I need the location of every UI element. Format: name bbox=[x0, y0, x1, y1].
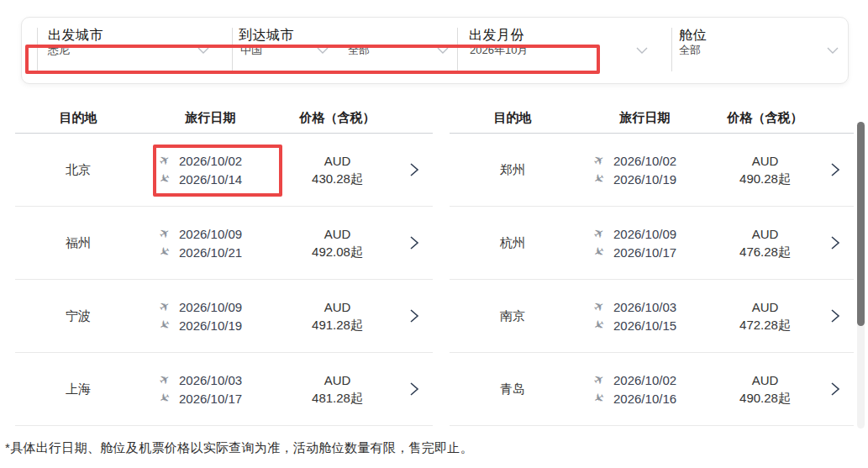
fare-row[interactable]: 杭州 ✈2026/10/09 ✈2026/10/17 AUD 476.28起 bbox=[450, 207, 854, 280]
plane-takeoff-icon: ✈ bbox=[589, 223, 608, 244]
price-currency: AUD bbox=[280, 225, 395, 243]
arrival-city-select[interactable]: 全部 bbox=[348, 43, 449, 58]
chevron-down-icon bbox=[437, 47, 449, 54]
fares-table-right: 目的地 旅行日期 价格（含税） 郑州 ✈2026/10/02 ✈2026/10/… bbox=[450, 103, 854, 426]
depart-date: 2026/10/09 bbox=[613, 227, 676, 241]
return-date: 2026/10/19 bbox=[179, 318, 242, 333]
fare-row[interactable]: 郑州 ✈2026/10/02 ✈2026/10/19 AUD 490.28起 bbox=[450, 134, 854, 207]
depart-date: 2026/10/09 bbox=[179, 227, 242, 241]
return-date: 2026/10/14 bbox=[179, 172, 242, 187]
scrollbar-track[interactable] bbox=[857, 122, 865, 429]
row-chevron-right-icon[interactable] bbox=[395, 162, 433, 177]
chevron-down-icon bbox=[317, 47, 329, 54]
plane-landing-icon: ✈ bbox=[589, 169, 608, 189]
price-value: 481.28起 bbox=[280, 389, 395, 407]
depart-date: 2026/10/03 bbox=[179, 373, 242, 387]
plane-landing-icon: ✈ bbox=[589, 388, 608, 408]
departure-month-select[interactable]: 2026年10月 bbox=[470, 43, 648, 58]
destination-header: 目的地 bbox=[450, 110, 576, 126]
plane-landing-icon: ✈ bbox=[155, 388, 174, 408]
price-value: 490.28起 bbox=[714, 170, 816, 187]
row-chevron-right-icon[interactable] bbox=[395, 308, 433, 323]
destination-header: 目的地 bbox=[15, 110, 141, 126]
disclaimer-note: *具体出行日期、舱位及机票价格以实际查询为准，活动舱位数量有限，售完即止。 bbox=[5, 440, 473, 456]
cabin-class-label: 舱位 bbox=[679, 27, 707, 45]
row-chevron-right-icon[interactable] bbox=[395, 381, 433, 397]
departure-city-label: 出发城市 bbox=[48, 27, 103, 45]
plane-takeoff-icon: ✈ bbox=[589, 297, 608, 317]
travel-dates-header: 旅行日期 bbox=[141, 110, 280, 126]
plane-landing-icon: ✈ bbox=[155, 315, 174, 335]
divider bbox=[457, 28, 458, 71]
price-currency: AUD bbox=[280, 152, 395, 170]
cabin-class-value: 全部 bbox=[679, 43, 701, 58]
arrival-city-value: 全部 bbox=[348, 43, 370, 58]
fares-table-left: 目的地 旅行日期 价格（含税） 北京 ✈2026/10/02 ✈2026/10/… bbox=[15, 103, 433, 426]
arrival-city-label: 到达城市 bbox=[239, 27, 294, 45]
travel-dates-header: 旅行日期 bbox=[576, 110, 714, 126]
plane-takeoff-icon: ✈ bbox=[155, 370, 174, 390]
destination-city: 北京 bbox=[15, 162, 141, 178]
plane-landing-icon: ✈ bbox=[589, 315, 608, 335]
depart-date: 2026/10/02 bbox=[179, 154, 242, 168]
plane-takeoff-icon: ✈ bbox=[589, 370, 608, 390]
fare-row[interactable]: 福州 ✈2026/10/09 ✈2026/10/21 AUD 492.08起 bbox=[15, 207, 433, 280]
arrival-country-value: 中国 bbox=[240, 43, 262, 58]
row-chevron-right-icon[interactable] bbox=[816, 381, 854, 397]
price-currency: AUD bbox=[280, 371, 395, 389]
depart-date: 2026/10/03 bbox=[613, 300, 676, 314]
fare-row[interactable]: 上海 ✈2026/10/03 ✈2026/10/17 AUD 481.28起 bbox=[15, 353, 433, 426]
return-date: 2026/10/21 bbox=[179, 245, 242, 260]
plane-takeoff-icon: ✈ bbox=[155, 150, 174, 171]
price-value: 430.28起 bbox=[280, 170, 395, 187]
fare-row[interactable]: 青岛 ✈2026/10/02 ✈2026/10/16 AUD 490.28起 bbox=[450, 353, 854, 426]
plane-landing-icon: ✈ bbox=[155, 169, 174, 189]
chevron-down-icon bbox=[197, 47, 209, 54]
destination-city: 上海 bbox=[15, 381, 141, 397]
scrollbar-thumb[interactable] bbox=[857, 122, 865, 326]
depart-date: 2026/10/09 bbox=[179, 300, 242, 314]
price-header: 价格（含税） bbox=[280, 110, 395, 126]
plane-takeoff-icon: ✈ bbox=[589, 150, 608, 171]
destination-city: 宁波 bbox=[15, 308, 141, 324]
depart-date: 2026/10/02 bbox=[613, 154, 676, 168]
row-chevron-right-icon[interactable] bbox=[816, 162, 854, 177]
price-value: 472.28起 bbox=[714, 316, 816, 334]
price-currency: AUD bbox=[280, 298, 395, 316]
table-header-row: 目的地 旅行日期 价格（含税） bbox=[15, 103, 433, 134]
price-value: 492.08起 bbox=[280, 243, 395, 260]
price-currency: AUD bbox=[714, 298, 816, 316]
divider bbox=[37, 28, 38, 71]
row-chevron-right-icon[interactable] bbox=[395, 235, 433, 250]
plane-takeoff-icon: ✈ bbox=[155, 297, 174, 317]
row-chevron-right-icon[interactable] bbox=[816, 308, 854, 323]
destination-city: 郑州 bbox=[450, 162, 576, 178]
plane-takeoff-icon: ✈ bbox=[155, 223, 174, 244]
divider bbox=[671, 28, 672, 71]
return-date: 2026/10/17 bbox=[179, 392, 242, 406]
plane-landing-icon: ✈ bbox=[589, 242, 608, 262]
chevron-down-icon bbox=[827, 47, 839, 54]
departure-city-value: 悉尼 bbox=[48, 43, 70, 58]
price-header: 价格（含税） bbox=[714, 110, 816, 126]
depart-date: 2026/10/02 bbox=[613, 373, 676, 387]
table-header-row: 目的地 旅行日期 价格（含税） bbox=[450, 103, 854, 134]
filter-bar: 出发城市 悉尼 到达城市 中国 全部 出发月份 2026年10月 舱位 全部 bbox=[21, 17, 849, 84]
departure-city-select[interactable]: 悉尼 bbox=[48, 43, 209, 58]
return-date: 2026/10/16 bbox=[613, 392, 676, 406]
destination-city: 福州 bbox=[15, 235, 141, 251]
fare-row[interactable]: 北京 ✈2026/10/02 ✈2026/10/14 AUD 430.28起 bbox=[15, 134, 433, 207]
row-chevron-right-icon[interactable] bbox=[816, 235, 854, 250]
return-date: 2026/10/19 bbox=[613, 172, 676, 187]
chevron-down-icon bbox=[636, 47, 648, 54]
fare-row[interactable]: 宁波 ✈2026/10/09 ✈2026/10/19 AUD 491.28起 bbox=[15, 280, 433, 353]
cabin-class-select[interactable]: 全部 bbox=[679, 43, 839, 58]
price-value: 476.28起 bbox=[714, 243, 816, 260]
destination-city: 青岛 bbox=[450, 381, 576, 397]
fare-row[interactable]: 南京 ✈2026/10/03 ✈2026/10/15 AUD 472.28起 bbox=[450, 280, 854, 353]
price-currency: AUD bbox=[714, 225, 816, 243]
price-currency: AUD bbox=[714, 152, 816, 170]
departure-month-label: 出发月份 bbox=[469, 27, 524, 45]
departure-month-value: 2026年10月 bbox=[470, 43, 528, 58]
arrival-country-select[interactable]: 中国 bbox=[240, 43, 329, 58]
